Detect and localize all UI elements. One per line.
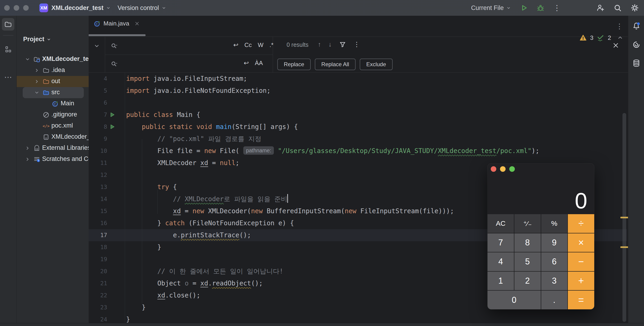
calc-button-2[interactable]: 2 bbox=[514, 272, 541, 290]
tree-item-scratches-and-consoles[interactable]: Scratches and Consoles bbox=[17, 154, 89, 165]
close-search-icon[interactable] bbox=[612, 42, 619, 49]
chevron-right-icon[interactable] bbox=[34, 79, 39, 84]
match-case-toggle[interactable]: Cc bbox=[244, 42, 252, 48]
tab-options-button[interactable]: ⋮ bbox=[616, 22, 623, 30]
line-number-9[interactable]: 9 bbox=[89, 133, 107, 145]
run-button[interactable] bbox=[520, 4, 528, 12]
line-number-21[interactable]: 21 bbox=[89, 278, 107, 290]
more-actions-button[interactable]: ⋮ bbox=[553, 4, 561, 12]
newline-toggle-icon[interactable]: ↩ bbox=[244, 60, 249, 67]
code-line-10[interactable]: File file = new File( pathname: "/Users/… bbox=[126, 145, 539, 157]
tree-item-src[interactable]: src bbox=[23, 87, 84, 98]
code-line-24[interactable]: } bbox=[126, 314, 130, 323]
next-occurrence-button[interactable]: ↓ bbox=[328, 41, 332, 48]
code-line-20[interactable]: // 이 한 줄에서 모든 일이 일어납니다! bbox=[126, 265, 283, 278]
tree-item-out[interactable]: out bbox=[17, 76, 89, 87]
search-options-icon[interactable]: ⋮ bbox=[354, 40, 360, 48]
code-line-9[interactable]: // "poc.xml" 파일 경로를 지정 bbox=[126, 133, 261, 145]
code-line-7[interactable]: public class Main { bbox=[126, 109, 200, 121]
line-number-12[interactable]: 12 bbox=[89, 169, 107, 181]
calculator-window[interactable]: 0 AC⁺⁄₋%÷789×456−123+0.= bbox=[488, 164, 594, 309]
calc-button-percent[interactable]: % bbox=[541, 214, 568, 233]
code-line-23[interactable]: } bbox=[126, 302, 146, 314]
search-everywhere-button[interactable] bbox=[614, 4, 622, 12]
notifications-button[interactable] bbox=[632, 22, 641, 30]
tab-close-icon[interactable] bbox=[134, 21, 140, 26]
line-number-13[interactable]: 13 bbox=[89, 181, 107, 193]
replace-input[interactable]: ↩ ÀA bbox=[105, 55, 273, 73]
tree-item-gitignore[interactable]: .gitignore bbox=[17, 109, 89, 120]
window-minimize-button[interactable] bbox=[14, 5, 19, 11]
warning-stripe-mark[interactable] bbox=[620, 246, 628, 248]
tree-item-idea[interactable]: .idea bbox=[17, 65, 89, 76]
replace-all-button[interactable]: Replace All bbox=[315, 58, 356, 70]
window-close-button[interactable] bbox=[4, 5, 10, 11]
preserve-case-toggle[interactable]: ÀA bbox=[255, 60, 263, 67]
line-number-14[interactable]: 14 bbox=[89, 193, 107, 205]
search-input[interactable]: ↩ Cc W .* bbox=[105, 37, 273, 55]
run-line-icon[interactable] bbox=[109, 112, 115, 118]
line-number-7[interactable]: 7 bbox=[89, 109, 107, 121]
line-number-17[interactable]: 17 bbox=[89, 229, 107, 241]
structure-tool-button[interactable] bbox=[2, 43, 14, 56]
words-toggle[interactable]: W bbox=[258, 42, 264, 48]
line-number-5[interactable]: 5 bbox=[89, 85, 107, 97]
line-number-24[interactable]: 24 bbox=[89, 314, 107, 323]
calc-button-6[interactable]: 6 bbox=[541, 252, 568, 271]
newline-toggle-icon[interactable]: ↩ bbox=[233, 42, 238, 48]
line-number-15[interactable]: 15 bbox=[89, 205, 107, 217]
tree-item-xmldecoder-test-iml[interactable]: XMLdecoder_test.iml bbox=[17, 132, 89, 142]
window-zoom-button[interactable] bbox=[23, 5, 29, 11]
calc-button-4[interactable]: 4 bbox=[488, 252, 514, 271]
code-line-5[interactable]: import java.io.FileNotFoundException; bbox=[126, 85, 270, 97]
debug-button[interactable] bbox=[536, 4, 544, 12]
regex-toggle[interactable]: .* bbox=[270, 42, 274, 48]
previous-occurrence-button[interactable]: ↑ bbox=[318, 41, 321, 48]
settings-button[interactable] bbox=[630, 4, 639, 12]
database-button[interactable] bbox=[632, 59, 641, 68]
code-line-4[interactable]: import java.io.FileInputStream; bbox=[126, 73, 247, 85]
chevron-right-icon[interactable] bbox=[34, 68, 39, 73]
code-line-13[interactable]: try { bbox=[126, 181, 177, 193]
filter-search-icon[interactable] bbox=[339, 41, 346, 48]
chevron-right-icon[interactable] bbox=[25, 146, 30, 151]
warning-stripe-mark[interactable] bbox=[620, 217, 628, 218]
calc-button-ac[interactable]: AC bbox=[488, 214, 514, 233]
calc-button-plus-minus[interactable]: ⁺⁄₋ bbox=[514, 214, 541, 233]
run-configuration-selector[interactable]: Current File bbox=[471, 0, 511, 16]
tab-main-java[interactable]: C Main.java bbox=[94, 20, 140, 27]
vcs-menu[interactable]: Version control bbox=[118, 0, 166, 16]
code-line-8[interactable]: public static void main(String[] args) { bbox=[126, 121, 298, 133]
line-number-8[interactable]: 8 bbox=[89, 121, 107, 133]
code-line-21[interactable]: Object o = xd.readObject(); bbox=[126, 278, 263, 290]
run-line-icon[interactable] bbox=[109, 124, 115, 130]
collapse-search-icon[interactable] bbox=[94, 43, 100, 49]
search-field-icon[interactable] bbox=[110, 42, 117, 49]
code-line-16[interactable]: } catch (FileNotFoundException e) { bbox=[126, 217, 294, 229]
line-number-20[interactable]: 20 bbox=[89, 265, 107, 278]
replace-field-icon[interactable] bbox=[110, 60, 117, 68]
chevron-right-icon[interactable] bbox=[25, 157, 30, 162]
tree-item-poc-xml[interactable]: </>poc.xml bbox=[17, 120, 89, 132]
line-number-19[interactable]: 19 bbox=[89, 253, 107, 265]
project-tool-button[interactable] bbox=[2, 18, 14, 30]
calc-button-divide[interactable]: ÷ bbox=[568, 214, 594, 233]
code-with-me-button[interactable] bbox=[596, 4, 605, 12]
inspections-widget[interactable]: 3 2 bbox=[580, 34, 628, 42]
line-number-18[interactable]: 18 bbox=[89, 241, 107, 253]
calc-button-plus[interactable]: + bbox=[568, 272, 594, 290]
ai-assistant-button[interactable] bbox=[632, 40, 641, 49]
chevron-down-icon[interactable] bbox=[25, 57, 30, 62]
calc-button-equals[interactable]: = bbox=[568, 290, 594, 309]
code-line-17[interactable]: e.printStackTrace(); bbox=[126, 229, 251, 241]
chevron-down-icon[interactable] bbox=[34, 90, 39, 95]
code-line-14[interactable]: // XMLDecoder로 파일을 읽을 준비 bbox=[126, 193, 288, 205]
line-number-6[interactable]: 6 bbox=[89, 97, 107, 109]
calc-button-3[interactable]: 3 bbox=[541, 272, 568, 290]
calc-button-multiply[interactable]: × bbox=[568, 234, 594, 252]
line-number-22[interactable]: 22 bbox=[89, 290, 107, 302]
calc-button-minus[interactable]: − bbox=[568, 252, 594, 271]
line-number-23[interactable]: 23 bbox=[89, 302, 107, 314]
code-line-22[interactable]: xd.close(); bbox=[126, 290, 200, 302]
calc-button-1[interactable]: 1 bbox=[488, 272, 514, 290]
